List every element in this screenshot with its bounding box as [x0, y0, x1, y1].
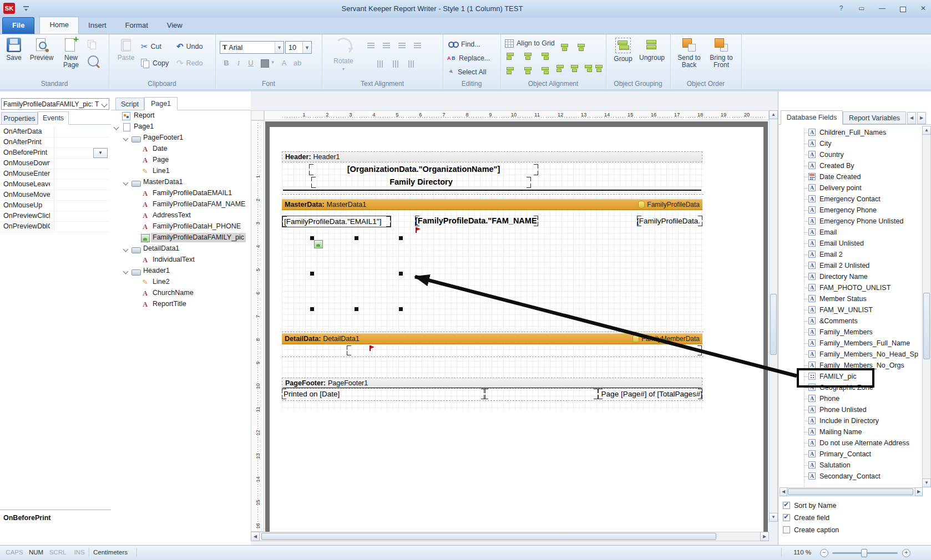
scrollbar-thumb[interactable] — [770, 294, 777, 355]
event-row-onpreviewclick[interactable]: OnPreviewClick — [0, 211, 110, 222]
text-object-family-name[interactable]: [FamilyProfileData."FAM_NAME"] — [415, 216, 538, 226]
field-item-delivery point[interactable]: ADelivery point — [778, 182, 931, 194]
scroll-up-arrow[interactable]: ▲ — [769, 110, 778, 119]
chevron-down-icon[interactable] — [123, 269, 129, 274]
minimize-button[interactable]: — — [873, 3, 891, 14]
event-row-onafterdata[interactable]: OnAfterData — [0, 126, 110, 138]
align-left-icon[interactable] — [366, 42, 376, 49]
tree-node-report[interactable]: Report — [111, 110, 250, 121]
align-right-icon[interactable] — [397, 42, 407, 49]
selection-handle[interactable] — [399, 236, 403, 240]
line-object-line1[interactable] — [283, 388, 701, 388]
menu-tab-home[interactable]: Home — [39, 17, 79, 34]
field-item-member status[interactable]: AMember Status — [778, 293, 931, 304]
underline-button[interactable]: U — [245, 58, 256, 69]
field-item-mailing name[interactable]: AMailing Name — [778, 426, 931, 437]
band-boundary[interactable] — [282, 400, 704, 401]
tree-node-detaildata1[interactable]: DetailData1 — [111, 243, 250, 254]
select-all-button[interactable]: ►Select All — [448, 67, 486, 78]
event-handler-dropdown[interactable]: ▼ — [93, 148, 108, 158]
field-item-emergency phone unlisted[interactable]: AEmergency Phone Unlisted — [778, 216, 931, 227]
space-vertically-icon[interactable] — [569, 64, 579, 72]
tree-node-pagefooter1[interactable]: PageFooter1 — [111, 133, 250, 144]
event-row-onbeforeprint[interactable]: OnBeforePrint▼ — [0, 147, 110, 159]
field-item-include in directory[interactable]: AInclude in Directory — [778, 415, 931, 426]
text-object-footer-middle[interactable] — [484, 389, 598, 399]
band-boundary[interactable] — [282, 357, 704, 357]
event-row-onmouseenter[interactable]: OnMouseEnter — [0, 169, 110, 180]
selection-handle[interactable] — [399, 272, 403, 276]
align-center-icon[interactable] — [382, 42, 391, 49]
new-page-button[interactable]: New Page — [58, 37, 84, 69]
fill-color-button[interactable] — [260, 58, 274, 69]
align-justify-icon[interactable] — [413, 42, 422, 49]
text-object-organization-name[interactable]: [OrganizationData."OrganizationName"] — [309, 164, 538, 175]
chevron-down-icon[interactable] — [123, 136, 129, 141]
scroll-right-arrow[interactable]: ▶ — [915, 487, 923, 496]
field-item-email unlisted[interactable]: AEmail Unlisted — [778, 238, 931, 249]
align-bottom-icon[interactable] — [405, 60, 414, 67]
app-logo[interactable]: SK — [3, 3, 15, 14]
checkbox[interactable] — [783, 526, 790, 533]
scrollbar-thumb[interactable] — [923, 293, 930, 359]
ungroup-button[interactable]: Ungroup — [637, 37, 667, 62]
font-color-button[interactable]: A — [279, 58, 290, 69]
tab-scroll-right-button[interactable]: ▶ — [917, 112, 926, 124]
event-row-onmouseleave[interactable]: OnMouseLeave — [0, 179, 110, 190]
designer-horizontal-scrollbar[interactable]: ◀ ▶ — [251, 532, 769, 541]
designer-vertical-scrollbar[interactable]: ▲ ▼ — [769, 110, 778, 522]
band-masterdata[interactable]: MasterData:MasterData1 FamilyProfileData — [282, 199, 702, 210]
scroll-up-arrow[interactable]: ▲ — [922, 126, 931, 135]
align-top-icon[interactable] — [374, 60, 383, 67]
field-item-family_members_full_name[interactable]: AFamily_Members_Full_Name — [778, 338, 931, 349]
display-icon[interactable]: ▭ — [853, 3, 871, 14]
field-item-date created[interactable]: Date Created — [778, 171, 931, 182]
tab-properties[interactable]: Properties — [1, 112, 38, 125]
field-item-&comments[interactable]: A&Comments — [778, 315, 931, 327]
zoom-in-button[interactable]: + — [902, 549, 910, 557]
field-item-children_full_names[interactable]: AChildren_Full_Names — [778, 127, 931, 138]
tree-node-header1[interactable]: Header1 — [111, 266, 250, 277]
field-item-emergency contact[interactable]: AEmergency Contact — [778, 194, 931, 205]
insert-page-button[interactable] — [88, 39, 97, 50]
align-objects-bottom-icon[interactable] — [539, 67, 549, 74]
align-objects-top-icon[interactable] — [506, 67, 516, 74]
text-object-individual-text[interactable] — [347, 345, 702, 355]
event-row-onmousedown[interactable]: OnMouseDown — [0, 158, 110, 169]
design-canvas[interactable]: Header:Header1 [OrganizationData."Organi… — [264, 120, 769, 532]
tab-scroll-left-button[interactable]: ◀ — [907, 112, 916, 124]
tab-database-fields[interactable]: Database Fields — [781, 110, 843, 125]
field-item-email 2 unlisted[interactable]: AEmail 2 Unlisted — [778, 260, 931, 271]
field-item-primary_contact[interactable]: APrimary_Contact — [778, 449, 931, 460]
chevron-down-icon[interactable] — [123, 247, 129, 252]
align-objects-center-icon[interactable] — [523, 52, 533, 60]
tree-node-page[interactable]: APage — [111, 155, 250, 166]
restore-button[interactable] — [894, 3, 912, 14]
field-item-do not use alternate address[interactable]: ADo not use Alternate Address — [778, 437, 931, 449]
highlight-button[interactable]: ab — [292, 58, 303, 69]
menu-tab-insert[interactable]: Insert — [79, 18, 116, 34]
tree-node-addresstext[interactable]: AAddressText — [111, 210, 250, 221]
align-to-grid-button[interactable]: Align to Grid — [505, 38, 555, 49]
field-item-salutation[interactable]: ASalutation — [778, 460, 931, 471]
field-item-city[interactable]: ACity — [778, 138, 931, 149]
checkbox[interactable] — [783, 502, 790, 509]
align-objects-right-icon[interactable] — [539, 52, 549, 60]
selection-handle[interactable] — [355, 236, 358, 240]
paste-button[interactable]: Paste — [114, 37, 138, 62]
tree-node-familyprofiledatafam_name[interactable]: AFamilyProfileDataFAM_NAME — [111, 199, 250, 210]
selection-handle[interactable] — [310, 236, 314, 240]
object-selector-combo[interactable]: FamilyProfileDataFAMILY_pic: T — [1, 98, 109, 110]
redo-button[interactable]: ↷Redo — [176, 58, 203, 69]
fields-horizontal-scrollbar[interactable]: ◀ ▶ — [780, 487, 923, 496]
scroll-left-arrow[interactable]: ◀ — [251, 532, 260, 541]
field-item-fam_photo_unlist[interactable]: AFAM_PHOTO_UNLIST — [778, 282, 931, 293]
field-item-fam_w_unlist[interactable]: AFAM_W_UNLIST — [778, 304, 931, 315]
selection-handle[interactable] — [310, 272, 314, 276]
scrollbar-thumb[interactable] — [261, 533, 716, 540]
text-object-email[interactable]: [FamilyProfileData."EMAIL1"] — [282, 216, 391, 227]
tree-node-familyprofiledatafamily_pic[interactable]: FamilyProfileDataFAMILY_pic — [111, 232, 250, 243]
scroll-right-arrow[interactable]: ▶ — [760, 532, 769, 541]
help-pin-icon[interactable]: ? — [832, 3, 850, 14]
event-row-onpreviewdblclick[interactable]: OnPreviewDblClick — [0, 221, 110, 232]
